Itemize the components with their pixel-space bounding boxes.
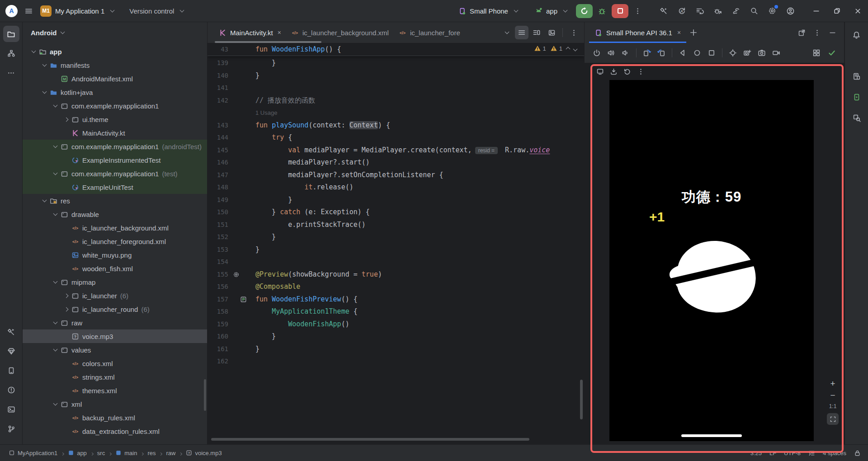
tree-item-xml[interactable]: xml [23,397,207,411]
split-view-button[interactable] [530,26,543,39]
profiler-button[interactable] [693,4,707,18]
panel-more-button[interactable] [810,25,824,40]
restore-window-button[interactable] [826,0,847,22]
indent-icon[interactable] [808,450,815,456]
tree-item-exampleunittest[interactable]: ExampleUnitTest [23,180,207,194]
rerun-button[interactable] [576,4,593,18]
code-line-140[interactable]: 140} [208,70,584,82]
device-download-button[interactable] [607,65,620,78]
tree-item-ic-launcher-round-6[interactable]: ic_launcher_round(6) [23,302,207,316]
tree-item-ic-launcher-foreground-xml[interactable]: </>ic_launcher_foreground.xml [23,235,207,248]
code-line-145[interactable]: 145 val mediaPlayer = MediaPlayer.create… [208,144,584,157]
tree-item-data-extraction-rules-xml[interactable]: </>data_extraction_rules.xml [23,424,207,438]
project-widget[interactable]: M1 My Application 1 [36,4,118,19]
chevron-down-icon[interactable] [51,322,60,324]
device-dock-button[interactable] [594,65,606,78]
chevron-down-icon[interactable] [51,173,60,174]
code-line-146[interactable]: 146 mediaPlayer?.start() [208,156,584,169]
tool-strip-device-explorer-button[interactable] [849,68,865,85]
tree-item-ic-launcher-background-xml[interactable]: </>ic_launcher_background.xml [23,221,207,235]
device-reset-button[interactable] [621,65,633,78]
gutter-settings-gear-icon[interactable] [233,271,240,278]
tool-strip-project-button[interactable] [3,26,19,42]
tree-item-raw[interactable]: raw [23,316,207,329]
breadcrumb-item-app[interactable]: app [66,450,88,456]
tool-strip-more-tools-button[interactable] [3,65,19,81]
chevron-right-icon[interactable] [61,118,71,121]
code-line-147[interactable]: 147 mediaPlayer?.setOnCompletionListener… [208,169,584,182]
readonly-lock-icon[interactable] [854,450,861,456]
gradle-sync-button[interactable] [729,4,743,18]
code-line-156[interactable]: 156@Composable [208,281,584,293]
chevron-down-icon[interactable] [51,105,60,107]
tree-item-ic-launcher-6[interactable]: ic_launcher(6) [23,289,207,302]
tree-item-res[interactable]: res [23,194,207,207]
code-line-usage-hint[interactable]: 1 Usage [208,107,584,119]
tree-item-values[interactable]: values [23,343,207,357]
tree-item-mainactivity-kt[interactable]: MainActivity.kt [23,126,207,140]
code-line-154[interactable]: 154 [208,256,584,268]
tool-strip-layout-inspector-button[interactable] [849,110,865,126]
search-everywhere-button[interactable] [747,4,761,18]
stop-button[interactable] [612,4,628,18]
emulator-screen[interactable]: 功德：59 +1 [609,80,814,441]
chevron-down-icon[interactable] [51,213,60,215]
code-line-160[interactable]: 160 } [208,330,584,343]
tool-strip-build-button[interactable] [3,324,19,340]
run-options-button[interactable] [630,4,645,18]
chevron-right-icon[interactable] [61,294,71,297]
inspections-widget[interactable]: 11 [534,45,577,52]
tree-item-manifests[interactable]: manifests [23,58,207,72]
editor-horizontal-scrollbar[interactable] [211,438,529,441]
breadcrumb-item-myapplication1[interactable]: MyApplication1 [7,450,59,456]
chevron-down-icon[interactable] [51,349,60,351]
warning-count[interactable]: 1 [550,45,562,52]
code-line-155[interactable]: 155@Preview(showBackground = true) [208,268,584,281]
code-line-144[interactable]: 144 try { [208,132,584,144]
device-rotate-right-button[interactable] [655,46,668,60]
indent-widget[interactable]: 4 spaces [823,450,846,456]
compose-preview-gutter-icon[interactable] [240,296,247,303]
zoom-in-button[interactable]: + [830,380,835,388]
device-tab[interactable]: Small Phone API 36.1 × [589,22,686,43]
zoom-fit-button[interactable] [827,413,839,425]
tool-strip-problems-button[interactable] [3,382,19,398]
minimize-window-button[interactable] [806,0,826,22]
chevron-down-icon[interactable] [29,51,38,52]
tree-item-exampleinstrumentedtest[interactable]: ExampleInstrumentedTest [23,153,207,167]
code-line-158[interactable]: 158 MyApplication1Theme { [208,306,584,318]
notifications-button[interactable] [849,27,865,43]
new-device-tab-button[interactable] [686,25,701,40]
device-status-check-button[interactable] [825,46,839,60]
tree-item-com-example-myapplication1[interactable]: com.example.myapplication1 [23,99,207,113]
attach-debugger-button[interactable] [711,4,725,18]
code-line-142[interactable]: 142// 播放音效的函数 [208,94,584,107]
tree-item-androidmanifest-xml[interactable]: MAndroidManifest.xml [23,72,207,85]
code-line-139[interactable]: 139 } [208,57,584,70]
sticky-code-line[interactable]: 43fun WoodenFishApp() { [208,43,584,56]
vcs-menu[interactable]: Version control [125,5,188,17]
hidden-tabs-button[interactable] [500,26,514,39]
code-line-150[interactable]: 150 } catch (e: Exception) { [208,206,584,219]
tree-item-com-example-myapplication1-test[interactable]: com.example.myapplication1(test) [23,167,207,180]
main-menu-button[interactable] [21,4,36,18]
chevron-down-icon[interactable] [51,281,60,283]
tool-strip-terminal-button[interactable] [3,401,19,418]
tool-strip-dependencies-button[interactable] [3,343,19,359]
chevron-down-icon[interactable] [51,146,60,147]
tree-item-drawable[interactable]: drawable [23,207,207,221]
device-more-button[interactable] [634,65,647,78]
line-separator-widget[interactable]: LF [769,450,776,456]
wooden-fish-image[interactable] [662,233,761,321]
breadcrumb-item-main[interactable]: main [114,450,138,456]
code-line-141[interactable]: 141 [208,82,584,94]
device-volume-down-button[interactable] [619,46,632,60]
close-window-button[interactable] [847,0,868,22]
device-screenshot-button[interactable] [755,46,769,60]
device-record-button[interactable] [769,46,783,60]
code-line-153[interactable]: 153} [208,244,584,256]
close-icon[interactable]: × [278,29,281,36]
tree-item-themes-xml[interactable]: </>themes.xml [23,384,207,397]
panel-open-in-window-button[interactable] [794,25,809,40]
tree-item-voice-mp3[interactable]: ?voice.mp3 [23,329,207,343]
